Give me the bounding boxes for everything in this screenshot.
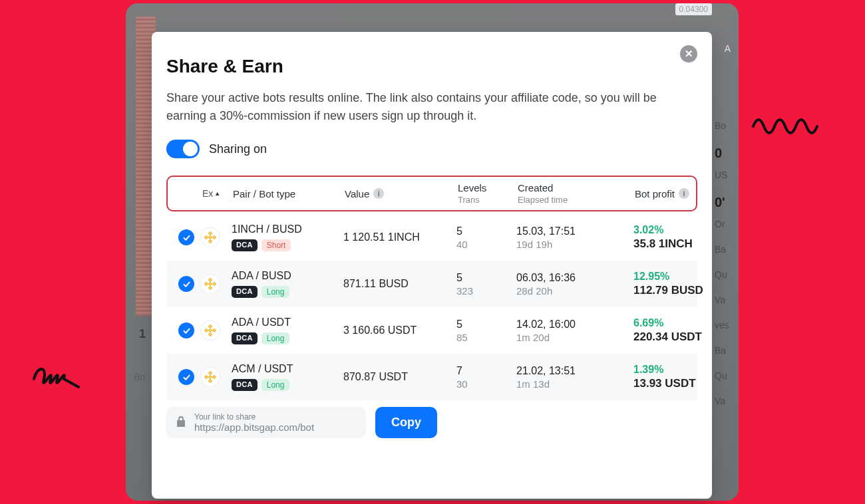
svg-rect-1 — [209, 240, 212, 243]
modal-title: Share & Earn — [166, 56, 697, 77]
created: 14.02, 16:00 — [516, 318, 633, 330]
header-profit[interactable]: Bot profit i — [635, 188, 733, 199]
svg-rect-11 — [209, 333, 212, 336]
binance-icon — [201, 321, 220, 340]
share-earn-modal: ✕ Share & Earn Share your active bots re… — [152, 32, 712, 499]
close-icon: ✕ — [685, 48, 693, 60]
chart-price: 0.04300 — [675, 3, 712, 15]
table-row[interactable]: 1INCH / BUSDDCAShort1 120.51 1INCH54015.… — [166, 214, 697, 261]
bg-left-num: 1 — [139, 327, 146, 341]
copy-button[interactable]: Copy — [375, 407, 437, 438]
pair-name: ADA / USDT — [232, 316, 343, 328]
svg-rect-10 — [209, 325, 212, 328]
svg-rect-5 — [209, 279, 212, 281]
value: 871.11 BUSD — [343, 278, 456, 290]
lock-icon — [176, 416, 186, 430]
row-checkbox[interactable] — [178, 276, 194, 292]
svg-rect-9 — [209, 283, 212, 285]
header-elapsed: Elapsed time — [518, 195, 635, 205]
trans: 85 — [456, 332, 516, 343]
close-button[interactable]: ✕ — [680, 45, 697, 63]
svg-rect-17 — [205, 376, 208, 378]
row-checkbox[interactable] — [178, 369, 194, 385]
bg-right-item: 0 — [712, 138, 739, 162]
trans: 30 — [456, 378, 516, 390]
profit-percent: 3.02% — [633, 224, 732, 236]
binance-icon — [201, 228, 220, 247]
trans: 40 — [456, 239, 516, 250]
toggle-knob — [183, 142, 198, 156]
decorative-squiggle — [752, 110, 825, 143]
share-link-label: Your link to share — [194, 412, 314, 422]
svg-rect-4 — [209, 236, 212, 239]
sharing-toggle[interactable] — [166, 140, 200, 158]
sort-asc-icon: ▲ — [214, 190, 220, 197]
value: 3 160.66 USDT — [343, 324, 456, 336]
created: 15.03, 17:51 — [516, 225, 633, 237]
profit-amount: 220.34 USDT — [633, 330, 732, 344]
table-row[interactable]: ACM / USDTDCALong870.87 USDT73021.02, 13… — [166, 354, 697, 400]
header-trans: Trans — [458, 195, 518, 205]
side-badge: Long — [261, 379, 290, 391]
bg-right-item: Va — [712, 388, 739, 414]
svg-rect-8 — [213, 283, 216, 285]
side-badge: Long — [261, 286, 290, 298]
sharing-toggle-label: Sharing on — [209, 142, 267, 156]
info-icon[interactable]: i — [679, 188, 689, 199]
info-icon[interactable]: i — [373, 188, 384, 199]
pair-name: 1INCH / BUSD — [232, 223, 343, 235]
levels: 5 — [456, 318, 516, 330]
header-levels[interactable]: Levels — [458, 182, 518, 193]
svg-rect-2 — [205, 236, 208, 239]
svg-rect-3 — [213, 236, 216, 239]
bg-right-item: Bo — [712, 113, 739, 138]
table-row[interactable]: ADA / BUSDDCALong871.11 BUSD532306.03, 1… — [166, 261, 697, 307]
row-checkbox[interactable] — [178, 229, 194, 245]
svg-rect-15 — [209, 372, 212, 374]
bg-right-item: US — [712, 162, 739, 188]
bot-type-badge: DCA — [232, 239, 258, 251]
elapsed: 1m 13d — [516, 378, 633, 390]
header-created[interactable]: Created — [518, 182, 635, 193]
side-badge: Long — [261, 332, 290, 344]
binance-icon — [201, 275, 220, 293]
created: 21.02, 13:51 — [516, 365, 633, 377]
profit-percent: 12.95% — [633, 271, 732, 283]
value: 1 120.51 1INCH — [343, 231, 456, 243]
elapsed: 28d 20h — [516, 285, 633, 297]
share-link-box: Your link to share https://app.bitsgap.c… — [166, 407, 366, 438]
header-exchange[interactable]: Ex ▲ — [202, 188, 233, 199]
levels: 7 — [456, 365, 516, 377]
elapsed: 19d 19h — [516, 239, 633, 250]
levels: 5 — [456, 272, 516, 284]
profit-percent: 6.69% — [633, 317, 732, 329]
profit-percent: 1.39% — [633, 364, 732, 376]
bot-type-badge: DCA — [232, 379, 258, 391]
profit-amount: 35.8 1INCH — [633, 237, 732, 251]
decorative-squiggle — [31, 352, 84, 392]
svg-rect-18 — [213, 376, 216, 378]
svg-rect-0 — [209, 232, 212, 235]
header-value[interactable]: Value i — [345, 188, 458, 199]
bot-type-badge: DCA — [232, 332, 258, 344]
svg-rect-13 — [213, 329, 216, 332]
value: 870.87 USDT — [343, 371, 456, 383]
binance-icon — [201, 368, 220, 386]
svg-rect-12 — [205, 329, 208, 332]
levels: 5 — [456, 225, 516, 237]
svg-rect-14 — [209, 329, 212, 332]
side-badge: Short — [261, 239, 291, 251]
header-pair[interactable]: Pair / Bot type — [233, 188, 345, 199]
svg-rect-19 — [209, 376, 212, 378]
row-checkbox[interactable] — [178, 322, 194, 338]
elapsed: 1m 20d — [516, 332, 633, 343]
svg-rect-7 — [205, 283, 208, 285]
created: 06.03, 16:36 — [516, 272, 633, 284]
trans: 323 — [456, 285, 516, 297]
bg-left-label: Bo — [134, 372, 145, 382]
svg-rect-6 — [209, 287, 212, 289]
table-row[interactable]: ADA / USDTDCALong3 160.66 USDT58514.02, … — [166, 307, 697, 354]
bot-type-badge: DCA — [232, 286, 258, 298]
table-header: Ex ▲ Pair / Bot type Value i Levels Tran… — [166, 176, 697, 211]
profit-amount: 112.79 BUSD — [633, 284, 732, 297]
